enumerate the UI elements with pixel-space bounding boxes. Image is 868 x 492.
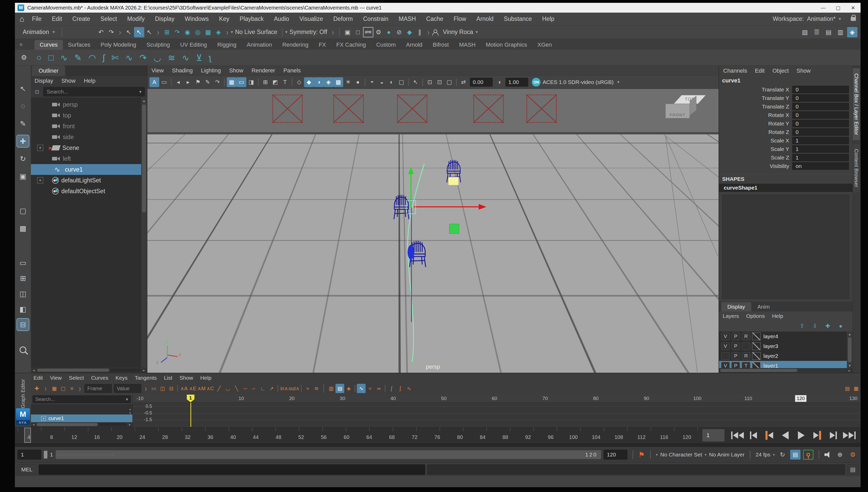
time-snap-icon[interactable]: ▥	[327, 384, 336, 393]
workspace-lock-icon[interactable]	[851, 17, 856, 21]
layer-menu-item[interactable]: Help	[772, 313, 783, 319]
channel-value-field[interactable]: 0	[792, 111, 849, 119]
group-collapse-icon[interactable]: ›	[145, 383, 147, 393]
menu-item[interactable]: Display	[155, 16, 174, 22]
outliner-scrollbar[interactable]: ▲	[141, 98, 147, 368]
shape-node-name[interactable]: curveShape1	[719, 184, 852, 192]
step-forward-key-button[interactable]	[810, 429, 824, 441]
selection-mask-icon[interactable]: ▢	[17, 205, 29, 217]
expand-icon[interactable]: +	[41, 416, 46, 421]
exposure-toggle-icon[interactable]: ⇄	[458, 77, 468, 87]
sidebar-vertical-tab[interactable]: Content Browser	[853, 144, 860, 192]
menu-item[interactable]: Playback	[240, 16, 264, 22]
command-language-toggle[interactable]: MEL	[17, 464, 36, 475]
layer-hscrollbar[interactable]: ▸	[719, 368, 852, 373]
outliner-filter-icon[interactable]: ⊡	[33, 88, 41, 96]
shelf-tab[interactable]: Rendering	[277, 40, 314, 50]
channel-value-field[interactable]: 0	[792, 128, 849, 136]
group-collapse-icon[interactable]: ›	[226, 27, 228, 37]
layer-display-type-toggle[interactable]: T	[742, 362, 750, 368]
lattice-deform-keys-icon[interactable]: ▦	[50, 384, 59, 393]
auto-key-toggle-icon[interactable]	[803, 450, 813, 460]
command-input[interactable]	[39, 464, 425, 475]
exposure-field[interactable]: 0.00	[470, 78, 493, 87]
select-hierarchy-icon[interactable]: ↖	[124, 27, 134, 38]
layer-name[interactable]: layer1	[762, 363, 778, 368]
user-account[interactable]: Vinny Roca▾	[432, 29, 478, 35]
channelbox-menu-item[interactable]: Edit	[755, 68, 765, 74]
move-manipulator-center[interactable]	[406, 200, 416, 214]
group-collapse-icon[interactable]: ›	[157, 27, 159, 37]
viewport-canvas[interactable]: TOP FRONT x y z persp	[147, 89, 719, 373]
tool-settings-icon[interactable]: ▥	[835, 27, 846, 38]
channel-value-field[interactable]: 0	[792, 103, 849, 110]
attribute-editor-icon[interactable]: ▤	[823, 27, 834, 38]
graph-menu-item[interactable]: Show	[179, 375, 193, 381]
open-scene-icon[interactable]	[75, 27, 85, 38]
menu-item[interactable]: Edit	[52, 16, 62, 22]
three-point-arc-icon[interactable]: ◠	[89, 53, 96, 63]
layer-name[interactable]: layer4	[762, 333, 778, 340]
viewport-menu-item[interactable]: Shading	[172, 67, 193, 74]
evaluation-manager-icon[interactable]: ⚙	[848, 449, 858, 460]
outliner-item[interactable]: left	[31, 153, 147, 164]
channel-label[interactable]: Rotate Z	[719, 129, 792, 135]
paste-pane-icon[interactable]: ⊡	[435, 77, 444, 87]
shelf-grip-icon[interactable]: ≡	[20, 42, 23, 48]
cv-curve-tool-icon[interactable]: ∿	[60, 53, 68, 63]
outliner-search-input[interactable]: Search...▾	[43, 87, 145, 96]
shelf-tab[interactable]: Surfaces	[63, 40, 96, 50]
select-tool-icon[interactable]: ↖	[17, 83, 29, 95]
shelf-tab[interactable]: Animation	[242, 40, 277, 50]
outliner-menu-item[interactable]: Help	[84, 77, 95, 84]
viewport-menu-item[interactable]: View	[151, 67, 164, 74]
wireframe-icon[interactable]: ◇	[294, 77, 304, 87]
pane-menu-icon[interactable]: ▢	[444, 77, 454, 87]
layer-scrollbar[interactable]: ▲▼	[847, 331, 852, 368]
clamped-tangent-icon[interactable]: ∧M	[197, 384, 206, 393]
channel-label[interactable]: Rotate X	[719, 112, 792, 118]
outliner-item[interactable]: Scene	[31, 143, 147, 153]
swap-buffer-icon[interactable]: ≋	[312, 384, 321, 393]
outliner-menu-item[interactable]: Display	[34, 77, 53, 84]
ipr-render-icon[interactable]: IPR	[363, 27, 373, 38]
out-tangent-icon[interactable]: out∧	[289, 384, 299, 393]
step-back-key-button[interactable]	[762, 429, 776, 441]
graph-menu-item[interactable]: Curves	[91, 375, 108, 381]
channel-value-field[interactable]: on	[792, 162, 849, 170]
graph-menu-item[interactable]: List	[164, 375, 172, 381]
retime-tool-icon[interactable]: ≡	[68, 384, 76, 393]
pan-zoom-icon[interactable]: ↷	[213, 77, 222, 87]
layer-color-swatch[interactable]	[752, 342, 761, 350]
graph-menu-item[interactable]: Edit	[33, 375, 43, 381]
outliner-item[interactable]: side	[31, 132, 147, 143]
graph-menu-item[interactable]: Help	[200, 375, 211, 381]
outliner-item[interactable]: top	[31, 110, 147, 121]
insert-knot-icon[interactable]: ◡	[153, 53, 161, 63]
field-chart-icon[interactable]: ⊞	[261, 77, 270, 87]
close-button[interactable]: ✕	[846, 3, 861, 13]
layer-menu-item[interactable]: Layers	[723, 313, 739, 319]
tree-spinner[interactable]: ▲▼	[128, 404, 132, 418]
image-plane-icon[interactable]: ✎	[203, 77, 213, 87]
frame-playback-icon[interactable]: ◫	[158, 384, 167, 393]
channel-value-field[interactable]: 0	[792, 94, 849, 102]
curve-template-icon[interactable]: ∿	[404, 384, 413, 393]
live-surface-caret-icon[interactable]: ▾	[231, 29, 233, 35]
outliner-tab[interactable]: Outliner	[32, 66, 65, 76]
group-collapse-icon[interactable]: ›	[79, 383, 81, 393]
shelf-tab[interactable]: UV Editing	[175, 40, 212, 50]
move-layer-down-icon[interactable]: ⇩	[810, 321, 820, 331]
sync-icon[interactable]: ⊕	[835, 449, 845, 460]
cached-playback-toggle-icon[interactable]: ▤	[790, 450, 800, 460]
shelf-tab[interactable]: FX Caching	[331, 40, 371, 50]
graph-tree-item[interactable]: +curve1	[31, 415, 132, 422]
layer-name[interactable]: layer3	[762, 343, 778, 349]
channelbox-menu-item[interactable]: Show	[796, 68, 811, 74]
highlight-mask-icon[interactable]: ▩	[17, 222, 29, 234]
workspace-value[interactable]: Animation*	[807, 16, 836, 22]
graph-time-ruler[interactable]: -101102030405060708090100110120130	[133, 394, 861, 402]
curve-fillet-icon[interactable]: ʃ	[103, 53, 105, 63]
home-icon[interactable]: ⌂	[20, 15, 24, 23]
copy-pane-icon[interactable]: ⊡	[425, 77, 435, 87]
